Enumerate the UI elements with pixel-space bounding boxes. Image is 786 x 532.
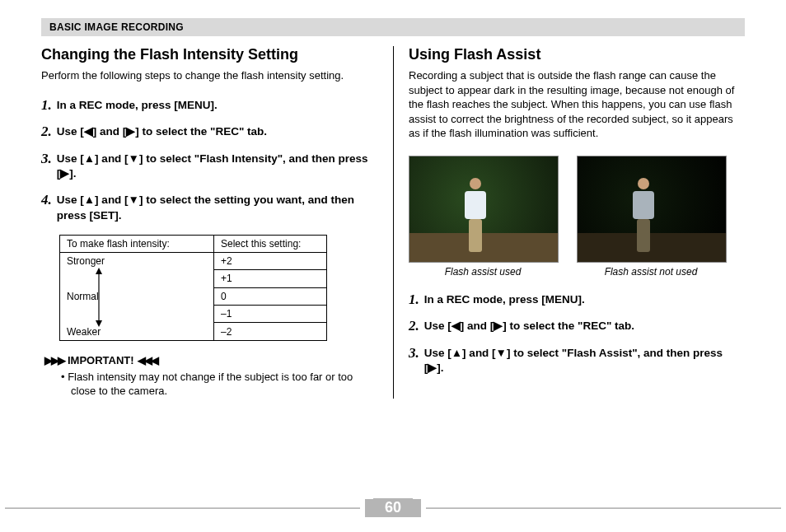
content-columns: Changing the Flash Intensity Setting Per… (41, 46, 745, 399)
table-cell: 0 (214, 287, 327, 305)
list-item: 1. In a REC mode, press [MENU]. (41, 98, 378, 114)
step-text: Use [▲] and [▼] to select the setting yo… (57, 193, 378, 222)
table-header: To make flash intensity: (60, 235, 214, 252)
step-number: 1. (409, 292, 419, 308)
step-number: 4. (41, 193, 52, 208)
caption-notused: Flash assist not used (577, 266, 725, 278)
important-label-row: ▶▶▶ IMPORTANT! ◀◀◀ (41, 354, 378, 366)
marker-left-icon: ◀◀◀ (138, 354, 157, 366)
important-bullet: • Flash intensity may not change if the … (59, 370, 378, 399)
step-text: Use [◀] and [▶] to select the "REC" tab. (424, 319, 634, 334)
table-header: Select this setting: (214, 235, 327, 252)
table-cell: +1 (214, 270, 327, 287)
important-label: IMPORTANT! (68, 354, 134, 366)
example-image-notused: Flash assist not used (577, 156, 725, 278)
list-item: 4. Use [▲] and [▼] to select the setting… (41, 193, 378, 222)
step-number: 3. (409, 346, 419, 362)
photo-flash-assist-used (409, 156, 559, 263)
list-item: 2. Use [◀] and [▶] to select the "REC" t… (41, 124, 378, 140)
right-heading: Using Flash Assist (409, 46, 745, 63)
table-cell: Stronger (67, 255, 207, 267)
step-text: Use [◀] and [▶] to select the "REC" tab. (57, 124, 267, 139)
page-footer: 60 (0, 498, 786, 517)
table-cell: –1 (214, 305, 327, 322)
list-item: 2. Use [◀] and [▶] to select the "REC" t… (409, 319, 745, 334)
marker-right-icon: ▶▶▶ (44, 354, 64, 366)
important-text: Flash intensity may not change if the su… (68, 371, 353, 398)
caption-used: Flash assist used (409, 266, 557, 278)
step-number: 2. (41, 124, 52, 140)
step-number: 2. (409, 319, 419, 334)
manual-page: BASIC IMAGE RECORDING Changing the Flash… (0, 0, 786, 532)
svg-marker-2 (96, 320, 102, 327)
step-text: In a REC mode, press [MENU]. (57, 98, 218, 113)
left-heading: Changing the Flash Intensity Setting (41, 46, 378, 63)
page-number-block: 60 (365, 498, 421, 517)
table-row: Stronger Normal Weaker +2 (60, 252, 327, 269)
step-number: 1. (41, 98, 52, 114)
page-number: 60 (373, 498, 413, 517)
table-cell: Normal (67, 291, 207, 302)
table-cell: –2 (214, 323, 327, 340)
table-cell: Weaker (67, 326, 207, 338)
photo-flash-assist-not-used (577, 156, 727, 263)
left-steps: 1. In a REC mode, press [MENU]. 2. Use [… (41, 98, 378, 223)
step-number: 3. (41, 152, 52, 167)
table-cell: +2 (214, 252, 327, 269)
step-text: Use [▲] and [▼] to select "Flash Intensi… (57, 152, 378, 181)
list-item: 3. Use [▲] and [▼] to select "Flash Assi… (409, 346, 745, 376)
example-images: Flash assist used Flash assist not used (409, 156, 745, 278)
right-intro: Recording a subject that is outside the … (409, 68, 745, 141)
list-item: 3. Use [▲] and [▼] to select "Flash Inte… (41, 152, 378, 181)
updown-arrow-icon (95, 268, 103, 327)
left-intro: Perform the following steps to change th… (41, 68, 378, 83)
right-column: Using Flash Assist Recording a subject t… (393, 46, 745, 399)
right-steps: 1. In a REC mode, press [MENU]. 2. Use [… (409, 292, 745, 376)
step-text: In a REC mode, press [MENU]. (424, 292, 585, 307)
flash-intensity-table: To make flash intensity: Select this set… (59, 235, 327, 341)
list-item: 1. In a REC mode, press [MENU]. (409, 292, 745, 308)
svg-marker-1 (96, 268, 102, 274)
left-column: Changing the Flash Intensity Setting Per… (41, 46, 393, 399)
example-image-used: Flash assist used (409, 156, 557, 278)
section-header: BASIC IMAGE RECORDING (41, 18, 745, 36)
step-text: Use [▲] and [▼] to select "Flash Assist"… (424, 346, 745, 376)
